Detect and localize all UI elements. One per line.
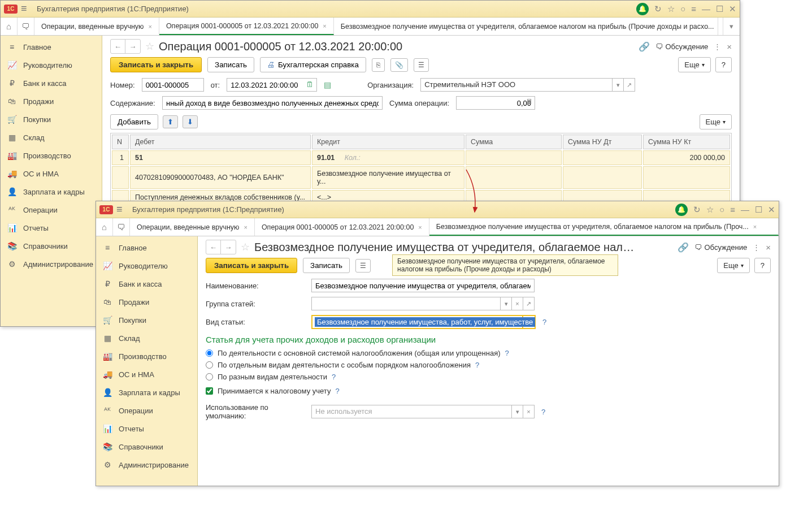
open-icon[interactable]: ↗ <box>624 78 635 92</box>
sidebar-item[interactable]: ₽Банк и касса <box>1 74 102 92</box>
sidebar-item[interactable]: 📚Справочники <box>1 237 102 255</box>
sidebar-item[interactable]: 🛍Продажи <box>96 293 197 311</box>
discuss-button[interactable]: 🗨 Обсуждение <box>655 42 708 51</box>
tab-close-icon[interactable]: × <box>148 23 151 30</box>
bell-icon[interactable] <box>675 204 688 216</box>
sidebar-item[interactable]: 👤Зарплата и кадры <box>96 383 197 401</box>
help-icon[interactable]: ? <box>542 318 546 326</box>
help-icon[interactable]: ? <box>505 349 509 357</box>
more-menu-icon[interactable]: ⋮ <box>753 243 760 252</box>
speech-button[interactable]: 🗨 <box>113 218 130 236</box>
group-input[interactable] <box>311 297 501 310</box>
clear-icon[interactable]: × <box>523 405 535 418</box>
star-icon[interactable]: ☆ <box>706 205 714 215</box>
menu-icon[interactable] <box>21 3 31 15</box>
date-ok-icon[interactable]: ▤ <box>324 80 331 89</box>
collapse-icon[interactable]: ▾ <box>723 18 740 35</box>
sidebar-item[interactable]: ⚙Администрирование <box>1 255 102 273</box>
sidebar-item[interactable]: 🚚ОС и НМА <box>96 365 197 383</box>
print-button[interactable]: Бухгалтерская справка <box>260 57 366 72</box>
sidebar-item[interactable]: ▦Склад <box>96 329 197 347</box>
bars-icon[interactable]: ≡ <box>691 4 696 14</box>
col-credit[interactable]: Кредит <box>312 135 464 149</box>
list-button[interactable]: ☰ <box>355 259 371 273</box>
tab-close-icon[interactable]: × <box>244 224 247 231</box>
sidebar-item[interactable]: ᴬᴷОперации <box>1 201 102 219</box>
dropdown-icon[interactable]: ▾ <box>613 78 624 92</box>
sidebar-item[interactable]: 🛍Продажи <box>1 92 102 110</box>
forward-button[interactable]: → <box>125 40 140 53</box>
maximize-icon[interactable] <box>716 4 723 14</box>
sidebar-item[interactable]: 🏭Производство <box>96 347 197 365</box>
sidebar-item[interactable]: 📈Руководителю <box>1 56 102 74</box>
sidebar-item[interactable]: ₽Банк и касса <box>96 275 197 293</box>
move-up-button[interactable]: ⬆ <box>163 115 178 128</box>
date-input[interactable] <box>227 78 317 92</box>
sidebar-item[interactable]: 🛒Покупки <box>96 311 197 329</box>
star-icon[interactable]: ☆ <box>667 4 675 14</box>
tab-operations[interactable]: Операции, введенные вручную× <box>130 218 255 236</box>
sidebar-item[interactable]: 📊Отчеты <box>1 219 102 237</box>
kind-input[interactable]: Безвозмездное получение имущества, работ… <box>311 315 523 329</box>
col-debit[interactable]: Дебет <box>130 135 311 149</box>
minimize-icon[interactable] <box>741 205 749 214</box>
circle-icon[interactable]: ○ <box>680 4 685 14</box>
sidebar-item[interactable]: ▦Склад <box>1 128 102 146</box>
table-more-button[interactable]: Еще ▾ <box>700 114 732 129</box>
table-row[interactable]: 1 51 91.01 Кол.: 200 000,00 <box>112 150 730 165</box>
history-icon[interactable]: ↻ <box>693 205 701 215</box>
help-icon[interactable]: ? <box>335 387 339 395</box>
save-close-button[interactable]: Записать и закрыть <box>110 57 202 72</box>
sidebar-item[interactable]: 👤Зарплата и кадры <box>1 183 102 201</box>
home-button[interactable]: ⌂ <box>1 18 18 35</box>
save-button[interactable]: Записать <box>303 258 350 273</box>
bars-icon[interactable]: ≡ <box>730 205 735 214</box>
favorite-icon[interactable]: ☆ <box>145 40 154 53</box>
number-input[interactable] <box>142 78 204 92</box>
save-close-button[interactable]: Записать и закрыть <box>206 258 297 273</box>
col-nukt[interactable]: Сумма НУ Кт <box>643 135 730 149</box>
close-page-icon[interactable]: × <box>766 243 771 252</box>
radio-main-tax[interactable]: По деятельности с основной системой нало… <box>206 349 771 357</box>
sidebar-item[interactable]: ⚙Администрирование <box>96 456 197 474</box>
dropdown-icon[interactable]: ▾ <box>501 297 512 310</box>
sidebar-item[interactable]: ≡Главное <box>1 38 102 56</box>
sidebar-item[interactable]: 📚Справочники <box>96 438 197 456</box>
checkbox-tax-account[interactable]: Принимается к налоговому учету ? <box>206 387 771 395</box>
tab-operation-detail[interactable]: Операция 0001-000005 от 12.03.2021 20:00… <box>159 18 334 35</box>
tab-close-icon[interactable]: × <box>418 224 422 231</box>
tab-operation-detail[interactable]: Операция 0001-000005 от 12.03.2021 20:00… <box>255 218 429 236</box>
history-icon[interactable]: ↻ <box>654 4 662 14</box>
col-n[interactable]: N <box>112 135 129 149</box>
open-icon[interactable]: ↗ <box>523 297 535 310</box>
col-sum[interactable]: Сумма <box>466 135 562 149</box>
menu-icon[interactable] <box>116 204 127 215</box>
content-input[interactable] <box>162 96 383 110</box>
sidebar-item[interactable]: 🛒Покупки <box>1 110 102 128</box>
link-icon[interactable]: 🔗 <box>678 242 689 253</box>
save-button[interactable]: Записать <box>207 57 254 72</box>
move-down-button[interactable]: ⬇ <box>183 115 198 128</box>
back-button[interactable]: ← <box>111 40 125 53</box>
tab-close-icon[interactable]: × <box>323 23 326 29</box>
table-row[interactable]: 40702810909000070483, АО "НОРДЕА БАНК" Б… <box>112 166 730 189</box>
minimize-icon[interactable] <box>702 4 710 14</box>
sidebar-item[interactable]: 📈Руководителю <box>96 257 197 275</box>
more-button[interactable]: Еще ▾ <box>678 57 710 72</box>
dropdown-icon[interactable]: ▾ <box>512 405 523 418</box>
tab-close-icon[interactable]: × <box>753 223 757 230</box>
clear-icon[interactable]: × <box>512 297 523 310</box>
help-icon[interactable]: ? <box>541 408 545 416</box>
favorite-icon[interactable]: ☆ <box>241 241 250 253</box>
bell-icon[interactable] <box>636 3 649 15</box>
speech-button[interactable]: 🗨 <box>18 18 34 35</box>
forward-button[interactable]: → <box>221 240 236 254</box>
help-icon[interactable]: ? <box>332 373 336 381</box>
help-button[interactable]: ? <box>715 57 732 72</box>
close-icon[interactable] <box>729 4 736 14</box>
maximize-icon[interactable] <box>755 205 762 215</box>
org-input[interactable]: Стремительный НЭТ ООО <box>420 78 613 92</box>
calc-icon[interactable]: 🖩 <box>526 98 533 106</box>
sidebar-item[interactable]: 📊Отчеты <box>96 420 197 438</box>
more-menu-icon[interactable]: ⋮ <box>714 42 721 51</box>
